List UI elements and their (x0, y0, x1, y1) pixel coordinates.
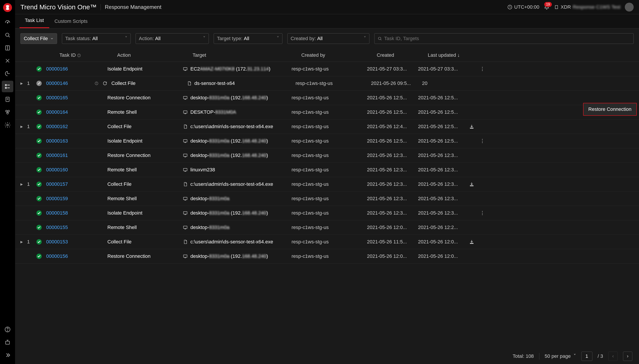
task-id-link[interactable]: 00000163 (46, 138, 93, 144)
filter-action[interactable]: Action:All˅ (136, 33, 209, 44)
row-menu-icon[interactable]: ⋮ (478, 66, 487, 72)
task-id-link[interactable]: 00000162 (46, 124, 93, 130)
table-row[interactable]: 00000159Remote Shelldesktop-8331m0a resp… (15, 192, 639, 206)
computer-icon (183, 210, 188, 216)
table-row[interactable]: 00000165Restore Connectiondesktop-8331m0… (15, 91, 639, 105)
search-box[interactable] (374, 33, 634, 44)
tab-task-list[interactable]: Task List (20, 14, 49, 28)
status-icon (35, 224, 43, 232)
file-icon (183, 240, 188, 244)
created-cell: 2021-05-26 12:0... (367, 254, 418, 259)
task-id-link[interactable]: 00000159 (46, 196, 93, 202)
task-id-link[interactable]: 00000161 (46, 152, 93, 158)
task-id-link[interactable]: 00000160 (46, 167, 93, 173)
tab-custom-scripts[interactable]: Custom Scripts (49, 14, 93, 28)
task-id-link[interactable]: 00000155 (46, 224, 93, 230)
task-id-link[interactable]: 00000166 (46, 66, 93, 72)
task-id-link[interactable]: 00000156 (46, 254, 93, 259)
perpage-select[interactable]: 50 per page ˅ (545, 353, 576, 359)
created-by-cell: resp-c1ws-stg-us (291, 152, 367, 158)
notifications[interactable]: 19 (544, 4, 550, 10)
table-row[interactable]: 00000155Remote Shelldesktop-8331m0a resp… (15, 220, 639, 235)
created-cell: 2021-05-26 12:5... (367, 95, 418, 101)
table-row[interactable]: ▸100000153Collect Filec:\users\admin\ds-… (15, 235, 639, 249)
nav-search[interactable]: ⋯ (2, 29, 13, 41)
task-id-link[interactable]: 00000158 (46, 210, 93, 216)
nav-users[interactable] (2, 106, 13, 118)
target-cell: desktop-8331m0a (192.168.48.240) (183, 254, 291, 259)
row-menu-icon[interactable]: ⋮ (478, 138, 487, 144)
svg-point-23 (7, 330, 8, 331)
svg-point-17 (8, 110, 10, 112)
table-row[interactable]: ▸100000162Collect Filec:\users\admin\ds-… (15, 120, 639, 134)
nav-cross[interactable] (2, 55, 13, 66)
timezone[interactable]: UTC+00:00 (507, 4, 539, 10)
table-row[interactable]: 00000156Restore Connectiondesktop-8331m0… (15, 249, 639, 264)
task-id-link[interactable]: 00000165 (46, 95, 93, 101)
table-row[interactable]: 00000160Remote Shelllinuxvm238 resp-c1ws… (15, 163, 639, 177)
target-cell: desktop-8331m0a (183, 196, 291, 202)
active-filter-pill[interactable]: Collect File (21, 33, 57, 44)
table-row[interactable]: ▸100000157Collect Filec:\users\admin\ds-… (15, 177, 639, 192)
expand-toggle[interactable]: ▸ (21, 181, 27, 187)
nav-dashboard[interactable] (2, 16, 13, 28)
expand-toggle[interactable]: ▸ (21, 124, 27, 130)
page-input[interactable] (581, 352, 592, 361)
col-target[interactable]: Target (193, 52, 301, 58)
download-icon[interactable] (469, 124, 478, 129)
nav-report[interactable] (2, 94, 13, 105)
action-cell: Collect File (111, 80, 187, 86)
svg-line-32 (381, 39, 381, 40)
expand-toggle[interactable]: ▸ (21, 80, 27, 86)
filter-target-type[interactable]: Target type:All˅ (214, 33, 282, 44)
info-icon[interactable] (95, 81, 99, 85)
created-by-cell: resp-c1ws-stg-us (291, 254, 367, 259)
task-id-link[interactable]: 00000164 (46, 109, 93, 115)
expand-toggle[interactable]: ▸ (21, 239, 27, 245)
updated-cell: 2021-05-26 12:3... (418, 181, 469, 187)
table-body: 00000166Isolate EndpointEC2AMAZ-M07I0K8 … (15, 62, 639, 264)
page-prev[interactable]: ‹ (608, 352, 618, 361)
table-row[interactable]: 00000164Remote ShellDESKTOP-8331M0A resp… (15, 105, 639, 120)
nav-radar[interactable] (2, 68, 13, 79)
col-action[interactable]: Action (117, 52, 193, 58)
created-by-cell: resp-c1ws-stg-us (291, 66, 367, 72)
download-icon[interactable] (469, 239, 478, 244)
task-id-link[interactable]: 00000157 (46, 181, 93, 187)
svg-rect-50 (183, 111, 187, 113)
expand-icon[interactable] (2, 349, 13, 361)
nav-book[interactable] (2, 42, 13, 54)
box-icon[interactable] (2, 336, 13, 348)
status-icon (35, 252, 43, 260)
account-switcher[interactable]: XDRResponse C1WS Test (554, 4, 620, 10)
col-created-by[interactable]: Created by (301, 52, 377, 58)
table-row[interactable]: 00000163Isolate Endpointdesktop-8331m0a … (15, 134, 639, 148)
table-row[interactable]: 00000158Isolate Endpointdesktop-8331m0a … (15, 206, 639, 220)
table-row[interactable]: ▸100000146Collect Fileds-sensor-test-x64… (15, 76, 639, 91)
nav-tasks[interactable] (2, 81, 13, 92)
filter-created-by[interactable]: Created by:All˅ (287, 33, 370, 44)
col-created[interactable]: Created (377, 52, 428, 58)
svg-rect-72 (183, 212, 187, 214)
context-menu-restore[interactable]: Restore Connection (583, 103, 637, 116)
help-icon[interactable] (2, 324, 13, 335)
total-label: Total: 108 (513, 353, 534, 359)
table-row[interactable]: 00000166Isolate EndpointEC2AMAZ-M07I0K8 … (15, 62, 639, 76)
task-id-link[interactable]: 00000153 (46, 239, 93, 245)
status-icon (35, 180, 43, 188)
col-last-updated[interactable]: Last updated ↓ (428, 52, 479, 58)
download-icon[interactable] (469, 182, 478, 187)
row-menu-icon[interactable]: ⋮ (478, 210, 487, 216)
computer-icon (183, 254, 188, 259)
filter-status[interactable]: Task status:All˅ (62, 33, 131, 44)
search-input[interactable] (384, 36, 630, 42)
page-next[interactable]: › (623, 352, 632, 361)
col-task-id[interactable]: Task ID (60, 52, 117, 58)
task-id-link[interactable]: 00000146 (46, 80, 93, 86)
created-cell: 2021-05-26 12:0... (367, 224, 418, 230)
refresh-icon[interactable] (103, 81, 111, 86)
avatar[interactable] (625, 3, 634, 12)
nav-settings[interactable] (2, 119, 13, 131)
table-row[interactable]: 00000161Restore Connectiondesktop-8331m0… (15, 148, 639, 163)
brand-logo[interactable] (3, 3, 12, 12)
